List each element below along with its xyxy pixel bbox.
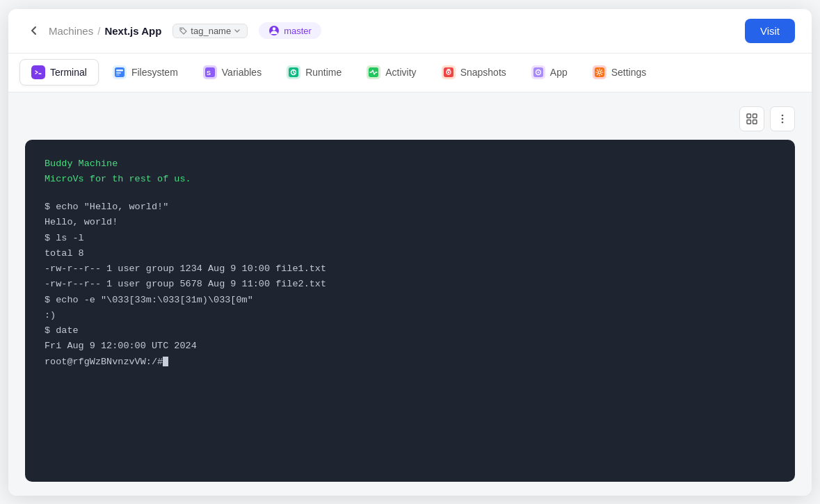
terminal-icon [31, 65, 45, 79]
runtime-icon [287, 65, 300, 79]
tab-settings[interactable]: Settings [581, 60, 658, 85]
svg-rect-3 [33, 67, 43, 77]
tab-snapshots-label: Snapshots [460, 67, 506, 78]
svg-point-18 [538, 72, 539, 73]
terminal-line: -rw-r--r-- 1 user group 1234 Aug 9 10:00… [45, 261, 775, 277]
terminal-line: $ echo "Hello, world!" [45, 200, 775, 215]
tab-activity-label: Activity [385, 67, 416, 78]
svg-point-27 [782, 121, 784, 123]
svg-rect-5 [116, 70, 123, 72]
tab-variables-label: Variables [222, 67, 262, 78]
master-label: master [284, 26, 312, 36]
tab-app[interactable]: App [520, 60, 579, 85]
svg-point-25 [782, 114, 784, 116]
visit-button[interactable]: Visit [745, 19, 795, 43]
tab-variables[interactable]: S Variables [192, 60, 273, 85]
tab-runtime-label: Runtime [305, 67, 341, 78]
tab-settings-label: Settings [611, 67, 647, 78]
terminal-line: :) [45, 308, 775, 323]
terminal-line: Buddy Machine [45, 156, 775, 172]
tag-badge[interactable]: tag_name [172, 24, 248, 38]
main-content: Buddy Machine MicroVs for th rest of us.… [8, 92, 812, 496]
snapshots-icon [442, 65, 456, 79]
svg-rect-7 [116, 74, 120, 76]
variables-icon: S [203, 65, 217, 79]
svg-rect-24 [753, 120, 757, 124]
svg-point-0 [181, 29, 182, 30]
chevron-down-icon [234, 27, 241, 35]
svg-point-15 [447, 72, 449, 73]
tabs-bar: Terminal Filesystem S Variabl [8, 54, 812, 92]
more-options-button[interactable] [770, 106, 795, 131]
terminal-line: $ ls -l [45, 231, 775, 246]
terminal-toolbar [25, 106, 795, 131]
terminal-line: Hello, world! [45, 215, 775, 230]
svg-point-26 [782, 117, 784, 120]
breadcrumb: Machines / Next.js App [49, 25, 161, 37]
master-icon [268, 25, 280, 36]
tab-app-label: App [550, 67, 568, 78]
svg-text:S: S [207, 70, 211, 76]
more-icon [777, 113, 788, 124]
tab-filesystem[interactable]: Filesystem [102, 60, 189, 85]
terminal-output[interactable]: Buddy Machine MicroVs for th rest of us.… [25, 140, 795, 482]
app-window: Machines / Next.js App tag_name [8, 9, 812, 496]
master-badge: master [259, 22, 321, 39]
header: Machines / Next.js App tag_name [8, 9, 812, 54]
tab-runtime[interactable]: Runtime [275, 60, 353, 85]
breadcrumb-separator: / [97, 25, 100, 37]
svg-rect-21 [747, 114, 751, 118]
breadcrumb-parent[interactable]: Machines [49, 25, 93, 37]
svg-rect-22 [753, 114, 757, 118]
activity-icon [367, 65, 380, 79]
breadcrumb-current: Next.js App [104, 25, 161, 37]
tab-filesystem-label: Filesystem [131, 67, 178, 78]
fullscreen-icon [746, 113, 757, 124]
tag-label: tag_name [191, 26, 231, 36]
terminal-prompt: root@rfgWzBNvnzvVW:/# [45, 355, 775, 370]
tab-activity[interactable]: Activity [355, 60, 427, 85]
terminal-line: Fri Aug 9 12:00:00 UTC 2024 [45, 339, 775, 354]
terminal-spacer [45, 187, 775, 200]
tab-terminal-label: Terminal [50, 67, 87, 78]
filesystem-icon [113, 65, 127, 79]
terminal-line: $ echo -e "\033[33m:\033[31m)\033[0m" [45, 293, 775, 308]
terminal-line: -rw-r--r-- 1 user group 5678 Aug 9 11:00… [45, 277, 775, 292]
app-icon [531, 65, 545, 79]
svg-rect-23 [747, 120, 751, 124]
terminal-line: MicroVs for th rest of us. [45, 172, 775, 187]
svg-rect-6 [116, 72, 121, 74]
fullscreen-button[interactable] [739, 106, 764, 131]
tab-terminal[interactable]: Terminal [19, 59, 99, 86]
svg-point-2 [273, 27, 275, 30]
tab-snapshots[interactable]: Snapshots [431, 60, 517, 85]
terminal-line: $ date [45, 323, 775, 339]
settings-icon [593, 65, 606, 79]
terminal-cursor [163, 357, 168, 366]
tag-icon [179, 26, 188, 35]
back-button[interactable] [25, 22, 43, 40]
header-left: Machines / Next.js App tag_name [25, 22, 321, 40]
terminal-line: total 8 [45, 246, 775, 261]
